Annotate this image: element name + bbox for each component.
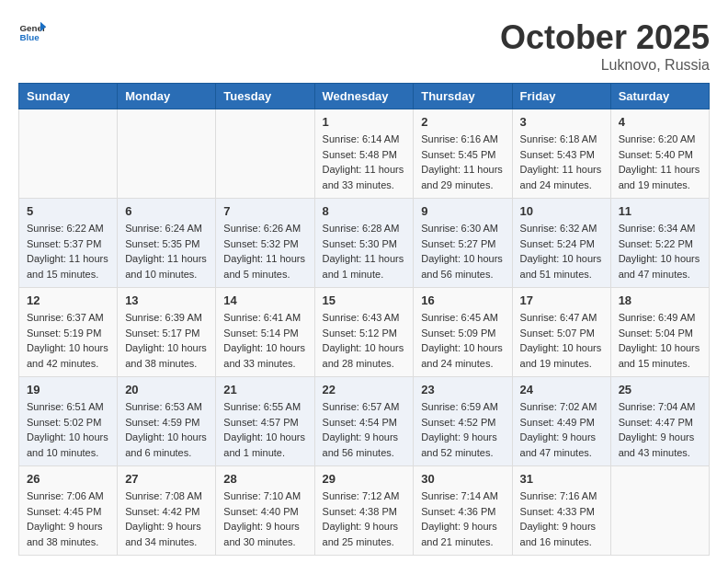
day-info-line: Sunrise: 6:37 AM: [27, 310, 109, 326]
day-cell: 2Sunrise: 6:16 AMSunset: 5:45 PMDaylight…: [414, 109, 512, 199]
day-number: 22: [323, 383, 406, 396]
day-info-line: Sunset: 5:32 PM: [223, 236, 306, 252]
day-info-line: Sunset: 5:17 PM: [125, 326, 208, 341]
day-number: 27: [125, 472, 208, 486]
day-info-line: Daylight: 11 hours and 29 minutes.: [421, 162, 504, 192]
title-area: October 2025 Luknovo, Russia: [500, 18, 710, 74]
day-cell: 6Sunrise: 6:24 AMSunset: 5:35 PMDaylight…: [118, 199, 216, 288]
day-cell: 24Sunrise: 7:02 AMSunset: 4:49 PMDayligh…: [512, 377, 610, 466]
day-number: 1: [323, 115, 406, 129]
day-info: Sunrise: 7:14 AMSunset: 4:36 PMDaylight:…: [421, 488, 504, 549]
day-info-line: Sunset: 4:40 PM: [223, 504, 306, 520]
day-info-line: Sunrise: 6:28 AM: [323, 221, 406, 236]
day-info-line: Sunrise: 6:45 AM: [421, 310, 504, 326]
day-info-line: Daylight: 9 hours and 34 minutes.: [125, 519, 208, 549]
day-info-line: Sunset: 4:42 PM: [125, 504, 208, 520]
day-info-line: Sunset: 5:37 PM: [27, 236, 109, 252]
day-info: Sunrise: 7:04 AMSunset: 4:47 PMDaylight:…: [619, 399, 701, 460]
day-number: 24: [520, 383, 603, 396]
day-info-line: Daylight: 11 hours and 10 minutes.: [125, 251, 208, 282]
day-info-line: Daylight: 10 hours and 10 minutes.: [27, 430, 109, 460]
day-info: Sunrise: 6:57 AMSunset: 4:54 PMDaylight:…: [323, 399, 406, 460]
day-cell: 11Sunrise: 6:34 AMSunset: 5:22 PMDayligh…: [610, 199, 709, 288]
day-cell: 14Sunrise: 6:41 AMSunset: 5:14 PMDayligh…: [216, 288, 314, 377]
day-cell: 7Sunrise: 6:26 AMSunset: 5:32 PMDaylight…: [216, 199, 314, 288]
day-cell: 10Sunrise: 6:32 AMSunset: 5:24 PMDayligh…: [512, 199, 610, 288]
day-info: Sunrise: 7:06 AMSunset: 4:45 PMDaylight:…: [27, 488, 109, 549]
day-number: 20: [125, 383, 208, 396]
day-info: Sunrise: 6:30 AMSunset: 5:27 PMDaylight:…: [421, 221, 504, 282]
day-info-line: Daylight: 10 hours and 38 minutes.: [125, 340, 208, 371]
day-number: 12: [27, 293, 109, 307]
day-info: Sunrise: 6:47 AMSunset: 5:07 PMDaylight:…: [520, 310, 603, 371]
day-info-line: Sunrise: 6:18 AM: [520, 132, 603, 147]
day-info-line: Sunset: 5:43 PM: [520, 147, 603, 163]
day-info-line: Sunrise: 7:02 AM: [520, 399, 603, 415]
day-info: Sunrise: 6:34 AMSunset: 5:22 PMDaylight:…: [619, 221, 701, 282]
calendar-subtitle: Luknovo, Russia: [500, 57, 710, 74]
day-info-line: Daylight: 11 hours and 1 minute.: [323, 251, 406, 282]
day-number: 9: [421, 204, 504, 218]
day-number: 21: [223, 383, 306, 396]
day-info-line: Daylight: 9 hours and 47 minutes.: [520, 430, 603, 460]
calendar-title: October 2025: [500, 18, 710, 57]
day-info-line: Sunrise: 6:57 AM: [323, 399, 406, 415]
day-cell: 18Sunrise: 6:49 AMSunset: 5:04 PMDayligh…: [610, 288, 709, 377]
day-info-line: Sunset: 4:54 PM: [323, 415, 406, 431]
day-info: Sunrise: 6:45 AMSunset: 5:09 PMDaylight:…: [421, 310, 504, 371]
day-info-line: Sunset: 5:02 PM: [27, 415, 109, 431]
day-number: 17: [520, 293, 603, 307]
day-info: Sunrise: 6:20 AMSunset: 5:40 PMDaylight:…: [619, 132, 701, 192]
day-info: Sunrise: 6:24 AMSunset: 5:35 PMDaylight:…: [125, 221, 208, 282]
day-cell: 16Sunrise: 6:45 AMSunset: 5:09 PMDayligh…: [414, 288, 512, 377]
day-cell: 26Sunrise: 7:06 AMSunset: 4:45 PMDayligh…: [19, 466, 118, 556]
day-info-line: Daylight: 10 hours and 56 minutes.: [421, 251, 504, 282]
day-info-line: Daylight: 11 hours and 15 minutes.: [27, 251, 109, 282]
page-header: General Blue October 2025 Luknovo, Russi…: [18, 18, 710, 74]
day-info-line: Sunrise: 6:30 AM: [421, 221, 504, 236]
weekday-header-wednesday: Wednesday: [314, 84, 414, 109]
day-info-line: Daylight: 9 hours and 56 minutes.: [323, 430, 406, 460]
day-info: Sunrise: 6:59 AMSunset: 4:52 PMDaylight:…: [421, 399, 504, 460]
day-cell: 15Sunrise: 6:43 AMSunset: 5:12 PMDayligh…: [314, 288, 414, 377]
week-row-3: 12Sunrise: 6:37 AMSunset: 5:19 PMDayligh…: [19, 288, 710, 377]
day-cell: 1Sunrise: 6:14 AMSunset: 5:48 PMDaylight…: [314, 109, 414, 199]
day-number: 15: [323, 293, 406, 307]
day-cell: 25Sunrise: 7:04 AMSunset: 4:47 PMDayligh…: [610, 377, 709, 466]
day-cell: 13Sunrise: 6:39 AMSunset: 5:17 PMDayligh…: [118, 288, 216, 377]
day-info: Sunrise: 6:22 AMSunset: 5:37 PMDaylight:…: [27, 221, 109, 282]
day-info-line: Sunset: 5:48 PM: [323, 147, 406, 163]
day-info: Sunrise: 7:10 AMSunset: 4:40 PMDaylight:…: [223, 488, 306, 549]
day-number: 8: [323, 204, 406, 218]
day-info-line: Sunset: 5:30 PM: [323, 236, 406, 252]
day-info: Sunrise: 7:16 AMSunset: 4:33 PMDaylight:…: [520, 488, 603, 549]
weekday-header-monday: Monday: [118, 84, 216, 109]
day-info-line: Sunrise: 7:04 AM: [619, 399, 701, 415]
day-info-line: Sunset: 4:33 PM: [520, 504, 603, 520]
day-info: Sunrise: 6:14 AMSunset: 5:48 PMDaylight:…: [323, 132, 406, 192]
day-info-line: Sunrise: 7:16 AM: [520, 488, 603, 504]
day-info-line: Sunset: 4:38 PM: [323, 504, 406, 520]
day-number: 2: [421, 115, 504, 129]
day-info-line: Sunset: 4:57 PM: [223, 415, 306, 431]
day-info-line: Daylight: 10 hours and 51 minutes.: [520, 251, 603, 282]
day-cell: 29Sunrise: 7:12 AMSunset: 4:38 PMDayligh…: [314, 466, 414, 556]
day-info-line: Sunset: 4:36 PM: [421, 504, 504, 520]
day-cell: 22Sunrise: 6:57 AMSunset: 4:54 PMDayligh…: [314, 377, 414, 466]
day-info-line: Sunset: 5:19 PM: [27, 326, 109, 341]
day-info: Sunrise: 7:12 AMSunset: 4:38 PMDaylight:…: [323, 488, 406, 549]
day-info-line: Daylight: 11 hours and 19 minutes.: [619, 162, 701, 192]
day-cell: 3Sunrise: 6:18 AMSunset: 5:43 PMDaylight…: [512, 109, 610, 199]
day-cell: 30Sunrise: 7:14 AMSunset: 4:36 PMDayligh…: [414, 466, 512, 556]
day-cell: [19, 109, 118, 199]
day-number: 26: [27, 472, 109, 486]
day-info-line: Sunrise: 6:55 AM: [223, 399, 306, 415]
day-info-line: Daylight: 9 hours and 25 minutes.: [323, 519, 406, 549]
day-cell: 12Sunrise: 6:37 AMSunset: 5:19 PMDayligh…: [19, 288, 118, 377]
day-info-line: Sunrise: 6:32 AM: [520, 221, 603, 236]
day-info-line: Daylight: 10 hours and 1 minute.: [223, 430, 306, 460]
day-info-line: Sunrise: 7:12 AM: [323, 488, 406, 504]
day-number: 3: [520, 115, 603, 129]
day-cell: 4Sunrise: 6:20 AMSunset: 5:40 PMDaylight…: [610, 109, 709, 199]
day-info-line: Sunset: 5:07 PM: [520, 326, 603, 341]
